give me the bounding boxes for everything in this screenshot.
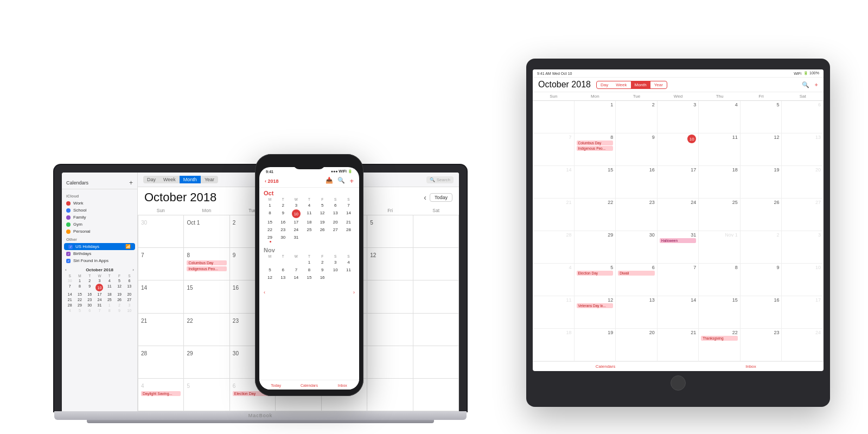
table-row[interactable]: [413, 248, 459, 280]
sidebar-item-siri-found[interactable]: ✓ Siri Found in Apps: [62, 257, 137, 264]
table-row[interactable]: 29: [575, 231, 616, 264]
iphone-search-icon[interactable]: 🔍: [337, 177, 345, 185]
add-calendar-button[interactable]: +: [129, 179, 133, 187]
tab-year[interactable]: Year: [201, 176, 218, 183]
table-row[interactable]: 6: [782, 101, 824, 133]
table-row[interactable]: 7: [533, 133, 575, 166]
table-row[interactable]: 17: [782, 296, 824, 329]
table-row[interactable]: 8 Columbus Day Indigenous Peo...: [575, 133, 616, 166]
table-row[interactable]: 7: [658, 264, 699, 296]
sidebar-item-gym[interactable]: Gym: [62, 221, 137, 228]
sidebar-item-work[interactable]: Work: [62, 200, 137, 207]
ipad-tab-month[interactable]: Month: [631, 81, 650, 88]
table-row[interactable]: [413, 346, 459, 379]
iphone-tab-calendars[interactable]: Calendars: [292, 384, 326, 387]
table-row[interactable]: 14: [138, 280, 184, 313]
table-row[interactable]: 9: [741, 264, 782, 296]
ipad-tab-inbox[interactable]: Inbox: [678, 364, 824, 369]
table-row[interactable]: 20: [782, 166, 824, 199]
ipad-tab-year[interactable]: Year: [650, 81, 667, 88]
sidebar-item-family[interactable]: Family: [62, 214, 137, 221]
table-row[interactable]: 5: [184, 379, 229, 411]
table-row[interactable]: 10: [782, 264, 824, 296]
table-row[interactable]: 22 Thanksgiving: [699, 329, 741, 361]
iphone-next-btn[interactable]: ›: [353, 290, 355, 295]
ipad-indigenous-event[interactable]: Indigenous Peo...: [577, 146, 614, 151]
table-row[interactable]: 28: [138, 346, 184, 379]
table-row[interactable]: 18: [699, 166, 741, 199]
macbook-search[interactable]: 🔍 Search: [426, 176, 454, 183]
table-row[interactable]: [367, 280, 413, 313]
table-row[interactable]: 25: [699, 199, 741, 231]
table-row[interactable]: 5: [367, 215, 413, 248]
table-row[interactable]: 15: [699, 296, 741, 329]
table-row[interactable]: 24: [782, 329, 824, 361]
iphone-year-nav[interactable]: ‹ 2018: [265, 178, 279, 184]
prev-month-button[interactable]: ‹: [424, 193, 426, 202]
tab-day[interactable]: Day: [143, 176, 159, 183]
sidebar-item-school[interactable]: School: [62, 207, 137, 214]
table-row[interactable]: [367, 379, 413, 411]
table-row[interactable]: 2: [741, 231, 782, 264]
table-row[interactable]: 29: [184, 346, 229, 379]
table-row[interactable]: 28: [533, 231, 575, 264]
today-button[interactable]: Today: [430, 193, 452, 202]
table-row[interactable]: 7: [138, 248, 184, 280]
ipad-columbus-event[interactable]: Columbus Day: [577, 141, 614, 145]
ipad-election-event[interactable]: Election Day: [577, 271, 614, 276]
table-row[interactable]: 4 Daylight Saving...: [138, 379, 184, 411]
columbus-day-event[interactable]: Columbus Day: [187, 260, 226, 265]
table-row[interactable]: 20: [616, 329, 658, 361]
table-row[interactable]: 18: [533, 329, 575, 361]
table-row[interactable]: 13: [616, 296, 658, 329]
iphone-tab-today[interactable]: Today: [259, 384, 292, 387]
table-row[interactable]: 5: [741, 101, 782, 133]
table-row[interactable]: 12: [741, 133, 782, 166]
table-row[interactable]: 31 Halloween: [658, 231, 699, 264]
ipad-tab-calendars[interactable]: Calendars: [533, 364, 678, 369]
table-row[interactable]: [367, 346, 413, 379]
table-row[interactable]: 11: [699, 133, 741, 166]
table-row[interactable]: [533, 101, 575, 133]
sidebar-item-birthdays[interactable]: ✓ Birthdays: [62, 250, 137, 257]
mini-next-month[interactable]: ›: [132, 267, 134, 272]
table-row[interactable]: 4: [699, 101, 741, 133]
ipad-tab-day[interactable]: Day: [597, 81, 612, 88]
table-row[interactable]: 8: [699, 264, 741, 296]
table-row[interactable]: 21: [138, 314, 184, 346]
table-row[interactable]: 19: [575, 329, 616, 361]
table-row[interactable]: 16: [741, 296, 782, 329]
iphone-tab-inbox[interactable]: Inbox: [326, 384, 359, 387]
iphone-inbox-icon[interactable]: 📥: [326, 177, 333, 185]
table-row[interactable]: [413, 314, 459, 346]
table-row[interactable]: 30: [616, 231, 658, 264]
table-row[interactable]: 16: [616, 166, 658, 199]
table-row[interactable]: 4: [533, 264, 575, 296]
table-row[interactable]: 10: [658, 133, 699, 166]
table-row[interactable]: [413, 379, 459, 411]
table-row[interactable]: 30: [138, 215, 184, 248]
table-row[interactable]: 1: [575, 101, 616, 133]
table-row[interactable]: 11: [533, 296, 575, 329]
table-row[interactable]: [413, 215, 459, 248]
daylight-saving-event[interactable]: Daylight Saving...: [141, 391, 181, 396]
ipad-tab-week[interactable]: Week: [612, 81, 630, 88]
table-row[interactable]: 15: [575, 166, 616, 199]
ipad-veterans-event[interactable]: Veterans Day lo...: [577, 303, 614, 308]
table-row[interactable]: 17: [658, 166, 699, 199]
sidebar-item-us-holidays[interactable]: ✓ US Holidays 📶: [64, 243, 135, 250]
tab-week[interactable]: Week: [159, 176, 180, 183]
table-row[interactable]: 12 Veterans Day lo...: [575, 296, 616, 329]
table-row[interactable]: 15: [184, 280, 229, 313]
iphone-prev-btn[interactable]: ‹: [264, 290, 265, 295]
table-row[interactable]: 12: [367, 248, 413, 280]
ipad-add-icon[interactable]: +: [815, 81, 818, 88]
tab-month[interactable]: Month: [180, 176, 201, 183]
table-row[interactable]: 9: [616, 133, 658, 166]
indigenous-event[interactable]: Indigenous Peo...: [187, 266, 226, 271]
table-row[interactable]: 13: [782, 133, 824, 166]
table-row[interactable]: 23: [741, 329, 782, 361]
table-row[interactable]: 26: [741, 199, 782, 231]
table-row[interactable]: 21: [658, 329, 699, 361]
table-row[interactable]: 19: [741, 166, 782, 199]
